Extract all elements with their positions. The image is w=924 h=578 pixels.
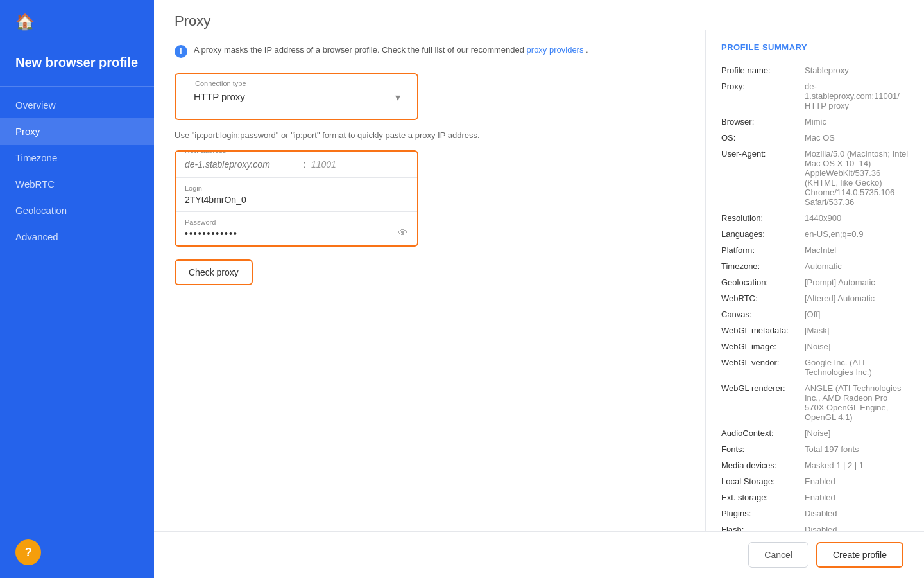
summary-row-value: [Prompt] Automatic bbox=[805, 274, 909, 290]
summary-row-label: AudioContext: bbox=[721, 425, 805, 441]
address-input[interactable] bbox=[185, 159, 298, 170]
summary-row-label: Canvas: bbox=[721, 306, 805, 322]
summary-row-value: [Mask] bbox=[805, 322, 909, 338]
summary-row: Fonts:Total 197 fonts bbox=[721, 441, 909, 457]
sidebar-item-webrtc[interactable]: WebRTC bbox=[0, 171, 154, 197]
info-banner: i A proxy masks the IP address of a brow… bbox=[175, 45, 685, 58]
summary-row-label: Profile name: bbox=[721, 62, 805, 78]
summary-row-label: Fonts: bbox=[721, 441, 805, 457]
sidebar: 🏠 New browser profile Overview Proxy Tim… bbox=[0, 0, 154, 578]
home-button[interactable]: 🏠 bbox=[0, 0, 154, 44]
summary-row: Local Storage:Enabled bbox=[721, 473, 909, 489]
check-proxy-button[interactable]: Check proxy bbox=[175, 259, 253, 285]
home-icon: 🏠 bbox=[15, 13, 35, 30]
summary-row: WebGL image:[Noise] bbox=[721, 338, 909, 355]
summary-row: Platform:MacIntel bbox=[721, 242, 909, 258]
create-profile-button[interactable]: Create profile bbox=[816, 542, 903, 568]
summary-row-label: Local Storage: bbox=[721, 473, 805, 489]
summary-row: Proxy:de-1.stableproxy.com:11001/ HTTP p… bbox=[721, 78, 909, 114]
summary-row: WebRTC:[Altered] Automatic bbox=[721, 290, 909, 306]
summary-row: Canvas:[Off] bbox=[721, 306, 909, 322]
main-header: Proxy bbox=[154, 0, 924, 30]
summary-row-value: Google Inc. (ATI Technologies Inc.) bbox=[805, 355, 909, 380]
summary-row-value: 924x578 bbox=[805, 210, 909, 226]
summary-row-value: Disabled bbox=[805, 505, 909, 521]
eye-icon[interactable]: 👁 bbox=[398, 227, 408, 239]
summary-row-label: WebGL vendor: bbox=[721, 355, 805, 380]
password-row: Password 👁 bbox=[176, 212, 417, 245]
summary-row-label: WebRTC: bbox=[721, 290, 805, 306]
login-label: Login bbox=[185, 184, 408, 192]
summary-row-value: [Noise] bbox=[805, 338, 909, 355]
sidebar-bottom: ? bbox=[0, 527, 154, 578]
summary-row-value: Mozilla/5.0 (Macintosh; Intel Mac OS X 1… bbox=[805, 146, 909, 210]
summary-row-value: ANGLE (ATI Technologies Inc., AMD Radeon… bbox=[805, 380, 909, 425]
summary-row: WebGL renderer:ANGLE (ATI Technologies I… bbox=[721, 380, 909, 425]
port-input[interactable] bbox=[311, 159, 408, 170]
summary-row-label: OS: bbox=[721, 130, 805, 146]
summary-row-value: Total 197 fonts bbox=[805, 441, 909, 457]
summary-row: Profile name:Stableproxy bbox=[721, 62, 909, 78]
summary-row: WebGL vendor:Google Inc. (ATI Technologi… bbox=[721, 355, 909, 380]
help-button[interactable]: ? bbox=[15, 539, 41, 565]
main-body: i A proxy masks the IP address of a brow… bbox=[154, 30, 924, 531]
info-icon: i bbox=[175, 45, 187, 58]
summary-row: Ext. storage:Enabled bbox=[721, 489, 909, 505]
profile-summary-title: PROFILE SUMMARY bbox=[721, 42, 909, 52]
login-row: Login bbox=[176, 178, 417, 212]
summary-row: Flash:Disabled bbox=[721, 521, 909, 531]
summary-table: Profile name:StableproxyProxy:de-1.stabl… bbox=[721, 62, 909, 531]
connection-type-select[interactable]: HTTP proxy SOCKS5 proxy No proxy bbox=[186, 85, 407, 109]
summary-row-value: Enabled bbox=[805, 473, 909, 489]
summary-row-value: [Altered] Automatic bbox=[805, 290, 909, 306]
sidebar-item-timezone[interactable]: Timezone bbox=[0, 144, 154, 171]
address-colon: : bbox=[298, 159, 311, 170]
sidebar-item-advanced[interactable]: Advanced bbox=[0, 223, 154, 250]
summary-row: Languages:en-US,en;q=0.9 bbox=[721, 226, 909, 242]
summary-row-label: Browser: bbox=[721, 114, 805, 130]
summary-row: Browser:Mimic bbox=[721, 114, 909, 130]
summary-row-value: Mac OS bbox=[805, 130, 909, 146]
summary-row-label: WebGL image: bbox=[721, 338, 805, 355]
page-title: Proxy bbox=[175, 13, 903, 30]
profile-summary-panel: PROFILE SUMMARY Profile name:Stableproxy… bbox=[706, 30, 924, 531]
summary-row-label: Ext. storage: bbox=[721, 489, 805, 505]
sidebar-item-proxy[interactable]: Proxy bbox=[0, 118, 154, 144]
summary-row-label: User-Agent: bbox=[721, 146, 805, 210]
summary-row-label: Timezone: bbox=[721, 258, 805, 274]
proxy-address-row: New address * : bbox=[176, 152, 417, 178]
summary-row-value: Disabled bbox=[805, 521, 909, 531]
content-area: i A proxy masks the IP address of a brow… bbox=[154, 30, 706, 531]
summary-row-value: Enabled bbox=[805, 489, 909, 505]
connection-type-select-wrapper: HTTP proxy SOCKS5 proxy No proxy ▾ bbox=[186, 85, 407, 109]
summary-row-value: MacIntel bbox=[805, 242, 909, 258]
summary-row-label: Media devices: bbox=[721, 457, 805, 473]
summary-row: Resolution:924x578 bbox=[721, 210, 909, 226]
summary-row: User-Agent:Mozilla/5.0 (Macintosh; Intel… bbox=[721, 146, 909, 210]
sidebar-item-geolocation[interactable]: Geolocation bbox=[0, 197, 154, 223]
password-input[interactable] bbox=[185, 229, 408, 239]
main-footer: Cancel Create profile bbox=[154, 531, 924, 578]
format-hint: Use "ip:port:login:password" or "ip:port… bbox=[175, 130, 685, 140]
summary-row: Geolocation:[Prompt] Automatic bbox=[721, 274, 909, 290]
summary-row-label: Flash: bbox=[721, 521, 805, 531]
summary-row: AudioContext:[Noise] bbox=[721, 425, 909, 441]
summary-row: Media devices:Masked 1 | 2 | 1 bbox=[721, 457, 909, 473]
password-label: Password bbox=[185, 218, 408, 226]
summary-row: WebGL metadata:[Mask] bbox=[721, 322, 909, 338]
summary-row: Timezone:Automatic bbox=[721, 258, 909, 274]
cancel-button[interactable]: Cancel bbox=[748, 542, 809, 568]
summary-row-label: Plugins: bbox=[721, 505, 805, 521]
summary-row: Plugins:Disabled bbox=[721, 505, 909, 521]
summary-row-value: [Off] bbox=[805, 306, 909, 322]
summary-row-value: Mimic bbox=[805, 114, 909, 130]
sidebar-item-overview[interactable]: Overview bbox=[0, 92, 154, 118]
summary-row-value: Masked 1 | 2 | 1 bbox=[805, 457, 909, 473]
summary-row-label: Resolution: bbox=[721, 210, 805, 226]
main-content: Proxy i A proxy masks the IP address of … bbox=[154, 0, 924, 578]
login-input[interactable] bbox=[185, 195, 408, 205]
connection-type-field: Connection type HTTP proxy SOCKS5 proxy … bbox=[186, 85, 407, 109]
summary-row-label: Languages: bbox=[721, 226, 805, 242]
summary-row-label: Platform: bbox=[721, 242, 805, 258]
proxy-providers-link[interactable]: proxy providers bbox=[527, 45, 584, 55]
